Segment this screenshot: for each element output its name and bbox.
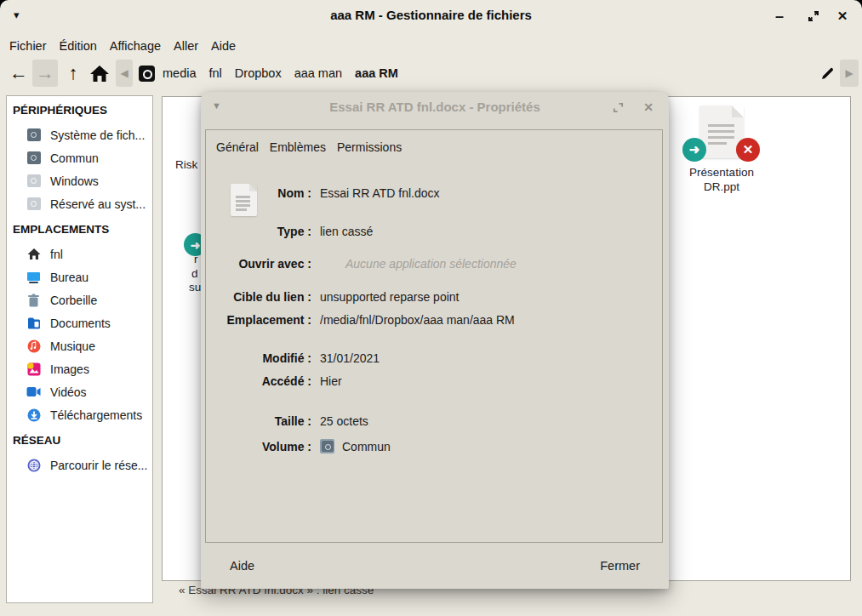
dialog-content-panel: Général Emblèmes Permissions Nom : Essai… (205, 129, 663, 543)
chevron-right-icon: ▶ (845, 67, 853, 79)
minimize-button[interactable]: – (768, 7, 791, 26)
document-icon: ➜ ✕ (699, 106, 744, 158)
video-icon (26, 385, 41, 399)
close-button[interactable]: ✕ (831, 7, 853, 26)
field-type: Type : lien cassé (206, 225, 662, 238)
window-title: aaa RM - Gestionnaire de fichiers (0, 8, 862, 22)
home-icon (26, 247, 41, 261)
back-icon: ← (9, 64, 28, 83)
breadcrumb-collapse-button[interactable]: ◀ (116, 60, 133, 87)
shortcut-emblem-icon: ➜ (682, 138, 706, 162)
section-reseau: RÉSEAU (7, 426, 152, 453)
file-name-label: Présentation DR.ppt (666, 165, 777, 194)
tab-general[interactable]: Général (216, 140, 259, 154)
desktop-icon (26, 270, 41, 284)
side-pane: PÉRIPHÉRIQUES Système de fich... Commun … (6, 95, 153, 603)
field-accede: Accédé : Hier (206, 374, 662, 388)
folder-icon (26, 316, 41, 330)
breadcrumb-media[interactable]: media (163, 66, 197, 80)
pencil-icon (820, 66, 835, 81)
file-label-partial[interactable]: Risk (175, 158, 197, 171)
breadcrumb-aaa-rm-current[interactable]: aaa RM (355, 66, 398, 80)
tab-permissions[interactable]: Permissions (337, 140, 402, 154)
menu-fichier[interactable]: Fichier (9, 39, 47, 53)
maximize-button[interactable] (802, 7, 825, 26)
drive-icon (26, 128, 41, 142)
title-bar: ▾ aaa RM - Gestionnaire de fichiers – ✕ (0, 0, 862, 32)
field-emplacement: Emplacement : /media/fnl/Dropbox/aaa man… (206, 313, 662, 327)
sidebar-item-parcourir-le-reseau[interactable]: Parcourir le rése... (7, 453, 152, 476)
home-icon (89, 64, 110, 83)
field-volume: Volume : Commun (206, 439, 662, 453)
drive-icon (139, 66, 155, 82)
field-modifie: Modifié : 31/01/2021 (206, 351, 662, 365)
file-label-fragment: d (191, 267, 198, 280)
open-with-selector[interactable]: Aucune application sélectionnée (345, 257, 517, 271)
dialog-title-bar: ▼ Essai RR ATD fnl.docx - Propriétés ✕ (201, 92, 669, 123)
sidebar-item-corbeille[interactable]: Corbeille (7, 288, 152, 311)
field-nom: Nom : Essai RR ATD fnl.docx (206, 186, 662, 200)
up-button[interactable]: ↑ (61, 60, 85, 87)
music-icon (26, 339, 41, 353)
toolbar: ← → ↑ ◀ media fnl Dropbox aaa man aaa RM (0, 58, 862, 90)
field-cible-du-lien: Cible du lien : unsupported reparse poin… (206, 290, 662, 304)
back-button[interactable]: ← (7, 60, 31, 87)
file-label-fragment: su (189, 281, 201, 294)
menu-aide[interactable]: Aide (211, 39, 236, 53)
sidebar-item-fnl-home[interactable]: fnl (7, 242, 152, 265)
menu-edition[interactable]: Édition (60, 39, 97, 53)
drive-icon (320, 439, 334, 453)
properties-dialog: ▼ Essai RR ATD fnl.docx - Propriétés ✕ G… (201, 92, 669, 589)
breadcrumb-dropbox[interactable]: Dropbox (235, 66, 282, 80)
tab-emblemes[interactable]: Emblèmes (270, 140, 326, 154)
section-peripheriques: PÉRIPHÉRIQUES (7, 96, 152, 123)
menu-aller[interactable]: Aller (174, 39, 198, 53)
sidebar-item-systeme-de-fichiers[interactable]: Système de fich... (7, 123, 152, 146)
drive-icon (26, 174, 41, 188)
breadcrumb-fnl[interactable]: fnl (209, 66, 222, 80)
sidebar-item-telechargements[interactable]: Téléchargements (7, 403, 152, 426)
forward-icon: → (36, 64, 54, 83)
dialog-maximize-button[interactable] (608, 98, 628, 117)
trash-icon (26, 293, 41, 307)
field-ouvrir-avec: Ouvrir avec : Aucune application sélecti… (206, 257, 662, 271)
sidebar-item-commun[interactable]: Commun (7, 146, 152, 169)
sidebar-item-images[interactable]: Images (7, 357, 152, 380)
menu-affichage[interactable]: Affichage (110, 39, 161, 53)
sidebar-item-bureau[interactable]: Bureau (7, 265, 152, 288)
menu-bar: Fichier Édition Affichage Aller Aide (0, 34, 236, 58)
maximize-icon (808, 10, 819, 22)
home-button[interactable] (87, 60, 112, 87)
edit-path-button[interactable] (816, 60, 838, 87)
sidebar-item-windows[interactable]: Windows (7, 169, 152, 192)
download-icon (26, 408, 41, 422)
network-globe-icon (26, 458, 41, 472)
chevron-left-icon: ◀ (120, 67, 128, 79)
file-presentation-dr-ppt[interactable]: ➜ ✕ Présentation DR.ppt (666, 106, 777, 194)
dialog-tabs: Général Emblèmes Permissions (216, 140, 402, 154)
broken-emblem-icon: ✕ (736, 138, 760, 162)
dialog-title: Essai RR ATD fnl.docx - Propriétés (201, 100, 669, 114)
maximize-icon (613, 102, 624, 113)
sidebar-item-documents[interactable]: Documents (7, 311, 152, 334)
dialog-close-button[interactable]: ✕ (638, 98, 659, 117)
breadcrumb: media fnl Dropbox aaa man aaa RM (163, 60, 398, 87)
forward-button[interactable]: → (32, 60, 58, 87)
help-button[interactable]: Aide (230, 559, 254, 573)
image-icon (26, 362, 41, 376)
sidebar-item-musique[interactable]: Musique (7, 334, 152, 357)
file-label-fragment: r (194, 253, 198, 265)
drive-icon (26, 151, 41, 165)
up-icon: ↑ (69, 64, 78, 83)
sidebar-item-videos[interactable]: Vidéos (7, 380, 152, 403)
breadcrumb-aaa-man[interactable]: aaa man (294, 66, 342, 80)
close-dialog-button[interactable]: Fermer (600, 559, 640, 573)
section-emplacements: EMPLACEMENTS (7, 215, 152, 242)
breadcrumb-expand-button[interactable]: ▶ (840, 60, 859, 87)
drive-icon (26, 197, 41, 211)
field-taille: Taille : 25 octets (206, 414, 662, 428)
breadcrumb-root-button[interactable] (136, 60, 157, 87)
file-manager-window: ▾ aaa RM - Gestionnaire de fichiers – ✕ … (0, 0, 862, 616)
sidebar-item-reserve-au-systeme[interactable]: Réservé au syst... (7, 192, 152, 215)
